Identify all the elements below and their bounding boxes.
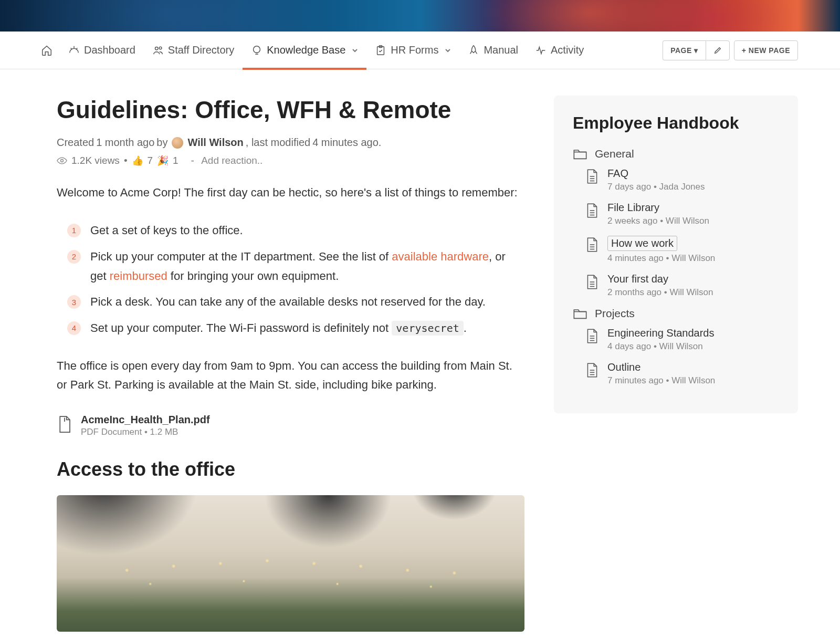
doc-meta: 4 minutes ago • Will Wilson <box>607 253 715 264</box>
doc-name: Outline <box>607 361 715 373</box>
sidebar-title: Employee Handbook <box>573 113 779 133</box>
header-banner <box>0 0 840 32</box>
nav-staff-directory[interactable]: Staff Directory <box>144 32 243 69</box>
sidebar-folder[interactable]: General <box>573 148 779 160</box>
clipboard-icon <box>375 45 386 56</box>
main-content: Guidelines: Office, WFH & Remote Created… <box>57 96 524 632</box>
num-badge: 4 <box>67 321 81 335</box>
doc-meta: 2 months ago • Will Wilson <box>607 287 713 298</box>
add-reaction[interactable]: Add reaction.. <box>201 155 262 166</box>
rocket-icon <box>468 45 479 56</box>
views-count: 1.2K views <box>71 155 120 166</box>
num-badge: 3 <box>67 295 81 309</box>
office-image <box>57 495 524 632</box>
new-page-button[interactable]: + NEW PAGE <box>734 40 798 60</box>
meta-line: Created 1 month ago by Will Wilson , las… <box>57 137 524 149</box>
item-text: Pick a desk. You can take any of the ava… <box>90 292 486 311</box>
svg-point-5 <box>61 160 64 162</box>
users-icon <box>152 45 164 56</box>
hours-paragraph: The office is open every day from 9am to… <box>57 357 524 395</box>
gauge-icon <box>68 45 80 56</box>
pencil-icon <box>713 46 722 55</box>
num-badge: 2 <box>67 250 81 264</box>
reimbursed-link[interactable]: reimbursed <box>110 269 167 283</box>
modified-prefix: , last modified <box>246 137 310 149</box>
sidebar-doc[interactable]: Outline7 minutes ago • Will Wilson <box>573 361 779 386</box>
nav-label: Manual <box>484 44 518 56</box>
sidebar-doc[interactable]: FAQ7 days ago • Jada Jones <box>573 168 779 192</box>
svg-point-2 <box>254 46 260 53</box>
sidebar-doc[interactable]: Engineering Standards4 days ago • Will W… <box>573 327 779 352</box>
stats-line: 1.2K views • 👍 7 🎉 1 - Add reaction.. <box>57 155 524 166</box>
svg-point-1 <box>159 47 162 49</box>
checklist: 1 Get a set of keys to the office. 2 Pic… <box>57 221 524 338</box>
doc-name: How we work <box>607 236 677 251</box>
wifi-code: verysecret <box>392 321 463 336</box>
nav-activity[interactable]: Activity <box>527 32 592 69</box>
doc-meta: 2 weeks ago • Will Wilson <box>607 216 709 226</box>
nav-hr-forms[interactable]: HR Forms <box>366 32 459 69</box>
list-item: 1 Get a set of keys to the office. <box>57 221 524 240</box>
bullet: • <box>124 155 128 166</box>
sidebar-doc[interactable]: How we work4 minutes ago • Will Wilson <box>573 236 779 264</box>
created-prefix: Created <box>57 137 94 149</box>
list-item: 2 Pick up your computer at the IT depart… <box>57 247 524 286</box>
hardware-link[interactable]: available hardware <box>392 250 489 263</box>
section-heading: Access to the office <box>57 458 524 480</box>
page-title: Guidelines: Office, WFH & Remote <box>57 96 524 124</box>
doc-meta: 7 days ago • Jada Jones <box>607 182 705 192</box>
home-icon <box>41 45 52 56</box>
attachment[interactable]: AcmeInc_Health_Plan.pdf PDF Document • 1… <box>57 414 524 437</box>
nav-label: Activity <box>551 44 584 56</box>
chevron-down-icon <box>445 47 451 54</box>
nav-label: Dashboard <box>84 44 135 56</box>
intro-text: Welcome to Acme Corp! The first day can … <box>57 183 524 202</box>
attachment-name: AcmeInc_Health_Plan.pdf <box>81 414 210 426</box>
list-item: 4 Set up your computer. The Wi-Fi passwo… <box>57 318 524 338</box>
doc-name: Your first day <box>607 273 713 285</box>
sidebar-doc[interactable]: Your first day2 months ago • Will Wilson <box>573 273 779 298</box>
created-time: 1 month ago <box>96 137 154 149</box>
nav-home[interactable] <box>41 32 60 69</box>
by-text: by <box>156 137 167 149</box>
bulb-icon <box>251 45 262 56</box>
nav-label: HR Forms <box>391 44 438 56</box>
main-container: Guidelines: Office, WFH & Remote Created… <box>0 69 840 638</box>
eye-icon <box>57 155 67 166</box>
nav-manual[interactable]: Manual <box>459 32 527 69</box>
chevron-down-icon <box>352 47 358 54</box>
party-emoji[interactable]: 🎉 <box>157 155 169 166</box>
modified-time: 4 minutes ago. <box>312 137 381 149</box>
nav-right: PAGE ▾ + NEW PAGE <box>663 40 798 60</box>
doc-meta: 7 minutes ago • Will Wilson <box>607 375 715 386</box>
page-btn-group: PAGE ▾ <box>663 40 730 60</box>
file-icon <box>57 415 72 434</box>
sidebar-doc[interactable]: File Library2 weeks ago • Will Wilson <box>573 202 779 226</box>
thumbs-up-emoji[interactable]: 👍 <box>132 155 143 166</box>
nav-label: Knowledge Base <box>267 44 345 56</box>
dash: - <box>183 155 197 166</box>
sidebar-folder[interactable]: Projects <box>573 307 779 320</box>
doc-name: FAQ <box>607 168 705 180</box>
list-item: 3 Pick a desk. You can take any of the a… <box>57 292 524 311</box>
attachment-meta: PDF Document • 1.2 MB <box>81 427 210 437</box>
nav-dashboard[interactable]: Dashboard <box>60 32 144 69</box>
num-badge: 1 <box>67 224 81 237</box>
item-text: Pick up your computer at the IT departme… <box>90 247 524 286</box>
thumbs-count: 7 <box>148 155 153 166</box>
page-dropdown-button[interactable]: PAGE ▾ <box>663 40 706 60</box>
avatar <box>172 137 183 149</box>
svg-point-0 <box>155 47 158 50</box>
folder-name: Projects <box>595 307 635 320</box>
edit-button[interactable] <box>706 40 730 60</box>
nav-knowledge-base[interactable]: Knowledge Base <box>243 32 366 69</box>
doc-name: Engineering Standards <box>607 327 714 339</box>
item-text: Set up your computer. The Wi-Fi password… <box>90 318 467 338</box>
activity-icon <box>535 45 547 56</box>
author-link[interactable]: Will Wilson <box>187 137 243 149</box>
item-text: Get a set of keys to the office. <box>90 221 243 240</box>
nav-left: Dashboard Staff Directory Knowledge Base… <box>41 32 592 69</box>
doc-meta: 4 days ago • Will Wilson <box>607 341 714 352</box>
sidebar: Employee Handbook GeneralFAQ7 days ago •… <box>554 96 798 413</box>
party-count: 1 <box>173 155 178 166</box>
